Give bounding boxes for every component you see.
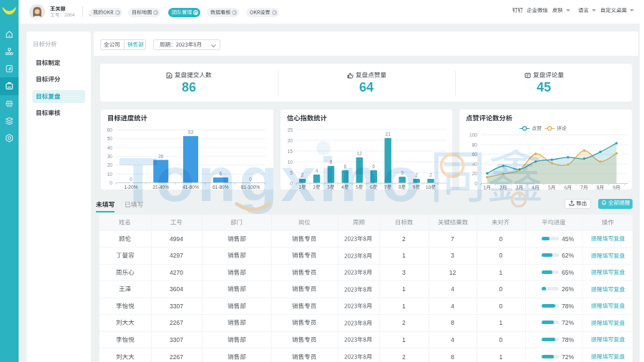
svg-text:30: 30 bbox=[107, 154, 113, 159]
svg-text:0: 0 bbox=[109, 180, 112, 185]
svg-text:2: 2 bbox=[415, 172, 418, 177]
svg-text:40: 40 bbox=[472, 162, 478, 167]
svg-text:2: 2 bbox=[301, 172, 304, 177]
svg-text:53: 53 bbox=[188, 129, 194, 134]
svg-text:3: 3 bbox=[401, 170, 404, 175]
svg-text:12: 12 bbox=[357, 151, 363, 156]
svg-text:0: 0 bbox=[290, 181, 293, 186]
svg-text:10: 10 bbox=[107, 172, 113, 177]
svg-text:15: 15 bbox=[288, 149, 293, 154]
svg-text:6: 6 bbox=[219, 171, 222, 176]
svg-text:60: 60 bbox=[472, 152, 478, 157]
svg-text:41-60%: 41-60% bbox=[182, 185, 199, 190]
svg-text:0: 0 bbox=[249, 177, 252, 182]
svg-text:20: 20 bbox=[472, 171, 478, 176]
svg-text:6: 6 bbox=[344, 164, 347, 169]
svg-text:6: 6 bbox=[372, 164, 375, 169]
svg-text:40: 40 bbox=[107, 145, 113, 150]
svg-text:20: 20 bbox=[288, 138, 293, 143]
svg-text:81-100%: 81-100% bbox=[241, 185, 260, 190]
svg-text:2: 2 bbox=[429, 172, 432, 177]
svg-text:60: 60 bbox=[107, 127, 113, 132]
svg-text:26: 26 bbox=[158, 154, 164, 159]
svg-text:21-40%: 21-40% bbox=[152, 185, 169, 190]
svg-text:100: 100 bbox=[469, 132, 477, 137]
svg-text:8: 8 bbox=[330, 160, 333, 165]
svg-text:80: 80 bbox=[472, 142, 478, 147]
svg-text:5: 5 bbox=[290, 170, 293, 175]
svg-text:61-80%: 61-80% bbox=[213, 185, 229, 190]
svg-text:25: 25 bbox=[288, 127, 293, 132]
svg-text:0: 0 bbox=[474, 181, 477, 186]
svg-text:21: 21 bbox=[386, 132, 391, 137]
svg-text:20: 20 bbox=[107, 162, 113, 167]
svg-text:50: 50 bbox=[107, 136, 113, 141]
svg-text:0: 0 bbox=[130, 177, 132, 182]
svg-text:1-20%: 1-20% bbox=[124, 185, 137, 190]
svg-text:4: 4 bbox=[316, 168, 318, 173]
svg-text:10: 10 bbox=[288, 160, 293, 165]
